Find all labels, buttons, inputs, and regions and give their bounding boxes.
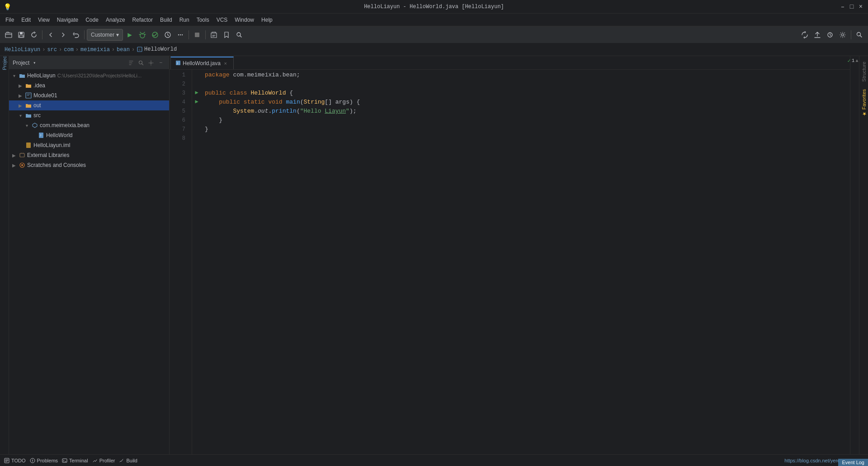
run-button[interactable]: ▶ <box>124 29 136 41</box>
breadcrumb-src[interactable]: src <box>47 47 57 53</box>
inspect-btn[interactable] <box>233 29 245 41</box>
minimize-button[interactable]: – <box>839 3 846 10</box>
debug-button[interactable] <box>137 29 148 41</box>
menu-edit[interactable]: Edit <box>18 16 34 24</box>
panel-close-btn[interactable]: – <box>156 58 165 67</box>
tree-out[interactable]: ▶ out <box>9 100 169 110</box>
tree-iml[interactable]: HelloLiayun.iml <box>9 140 169 150</box>
tree-idea[interactable]: ▶ .idea <box>9 81 169 90</box>
system-class: System <box>233 107 254 116</box>
profiler-btn[interactable]: Profiler <box>92 457 115 464</box>
terminal-label: Terminal <box>69 458 88 463</box>
menu-vcs[interactable]: VCS <box>213 16 231 24</box>
gutter-3[interactable]: ▶ <box>192 88 201 97</box>
svg-text:J: J <box>177 62 179 65</box>
toolbar-sync-btn[interactable] <box>28 29 40 41</box>
toolbar-sep-4 <box>205 30 206 39</box>
tree-root[interactable]: ▾ HelloLiayun C:\Users\32120\IdeaProject… <box>9 71 169 81</box>
tree-src[interactable]: ▾ src <box>9 110 169 120</box>
tree-idea-arrow: ▶ <box>17 82 24 89</box>
project-tool-btn[interactable]: Project <box>0 58 9 67</box>
todo-btn[interactable]: TODO <box>4 457 26 464</box>
favorites-btn[interactable]: ★ Favorites <box>860 86 868 120</box>
tree-package-arrow: ▾ <box>24 122 30 128</box>
tab-close-btn[interactable]: × <box>222 60 229 67</box>
up-arrow-icon[interactable]: ▲ <box>855 58 858 63</box>
tree-scratches[interactable]: ▶ Scratches and Consoles <box>9 160 169 170</box>
panel-collapse-all-btn[interactable] <box>127 58 136 67</box>
structure-btn[interactable]: Structure <box>860 58 868 86</box>
panel-settings-btn[interactable] <box>146 58 156 67</box>
menu-window[interactable]: Window <box>231 16 258 24</box>
code-editor[interactable]: 1 2 3 4 5 6 7 8 ▶ ▶ <box>170 70 850 454</box>
breadcrumb-meimeixia[interactable]: meimeixia <box>80 47 110 53</box>
menu-tools[interactable]: Tools <box>193 16 213 24</box>
pkg-name: com.meimeixia.bean <box>233 71 296 80</box>
problems-btn[interactable]: Problems <box>29 457 58 464</box>
build-btn[interactable] <box>208 29 220 41</box>
breadcrumb-root[interactable]: HelloLiayun <box>5 47 40 53</box>
toolbar-save-btn[interactable] <box>15 29 27 41</box>
tree-module01[interactable]: ▶ Module01 <box>9 90 169 100</box>
git-push-btn[interactable] <box>811 29 823 41</box>
run-main-icon[interactable]: ▶ <box>195 98 198 105</box>
panel-dropdown-icon[interactable]: ▾ <box>33 60 36 66</box>
panel-locate-btn[interactable] <box>137 58 146 67</box>
line-num-6: 6 <box>170 116 188 125</box>
tree-helloworld-label: HelloWorld <box>46 132 72 138</box>
code-content[interactable]: package com.meimeixia.bean ; public clas… <box>201 70 850 454</box>
build-btn[interactable]: Build <box>118 457 137 464</box>
check-count: 1 <box>852 58 855 63</box>
toolbar-open-btn[interactable] <box>3 29 14 41</box>
tree-helloworld[interactable]: J HelloWorld <box>9 130 169 140</box>
validation-indicator[interactable]: ✓ 1 ▲ ▼ <box>850 56 859 65</box>
menu-build[interactable]: Build <box>156 16 176 24</box>
toolbar-sep-5 <box>851 30 851 39</box>
svg-rect-2 <box>20 32 23 34</box>
line-num-8: 8 <box>170 134 188 143</box>
git-history-btn[interactable] <box>824 29 836 41</box>
menu-file[interactable]: File <box>2 16 18 24</box>
menu-refactor[interactable]: Refactor <box>129 16 156 24</box>
git-update-btn[interactable] <box>799 29 811 41</box>
tree-src-arrow: ▾ <box>17 112 24 119</box>
settings-btn[interactable] <box>837 29 849 41</box>
more-run-btn[interactable] <box>175 29 186 41</box>
breadcrumb-com[interactable]: com <box>64 47 74 53</box>
menu-view[interactable]: View <box>34 16 53 24</box>
menu-code[interactable]: Code <box>82 16 102 24</box>
bookmark-btn[interactable] <box>221 29 232 41</box>
menu-run[interactable]: Run <box>176 16 193 24</box>
svg-point-17 <box>139 61 142 64</box>
problems-label: Problems <box>37 458 58 463</box>
coverage-button[interactable] <box>149 29 161 41</box>
event-log-btn[interactable]: Event Log <box>838 459 868 466</box>
class-name: HelloWorld <box>250 89 286 98</box>
tree-external-libs[interactable]: ▶ External Libraries <box>9 150 169 160</box>
tree-iml-arrow <box>17 142 24 148</box>
space-1 <box>230 71 233 80</box>
close-button[interactable]: × <box>857 3 864 10</box>
maximize-button[interactable]: □ <box>848 3 855 10</box>
toolbar-undo-btn[interactable] <box>70 29 82 41</box>
menu-help[interactable]: Help <box>258 16 276 24</box>
tab-helloworld[interactable]: J HelloWorld.java × <box>170 57 234 69</box>
menu-analyze[interactable]: Analyze <box>102 16 129 24</box>
menu-navigate[interactable]: Navigate <box>53 16 82 24</box>
tree-package[interactable]: ▾ com.meimeixia.bean <box>9 120 169 130</box>
tree-libs-label: External Libraries <box>27 152 69 158</box>
run-config-dropdown[interactable]: Customer ▾ <box>87 29 123 41</box>
toolbar-back-btn[interactable] <box>45 29 57 41</box>
toolbar-forward-btn[interactable] <box>57 29 69 41</box>
stop-button[interactable] <box>191 29 203 41</box>
terminal-btn[interactable]: Terminal <box>61 457 88 464</box>
run-class-icon[interactable]: ▶ <box>195 89 198 96</box>
title-bar: 💡 HelloLiayun - HelloWorld.java [HelloLi… <box>0 0 868 14</box>
gutter-4[interactable]: ▶ <box>192 97 201 106</box>
profile-button[interactable] <box>162 29 174 41</box>
tree-root-path: C:\Users\32120\IdeaProjects\HelloLi... <box>57 73 142 78</box>
find-everywhere-btn[interactable] <box>854 29 865 41</box>
breadcrumb-bean[interactable]: bean <box>117 47 130 53</box>
toolbar-sep-1 <box>42 30 42 39</box>
line-num-3: 3 <box>170 89 188 98</box>
